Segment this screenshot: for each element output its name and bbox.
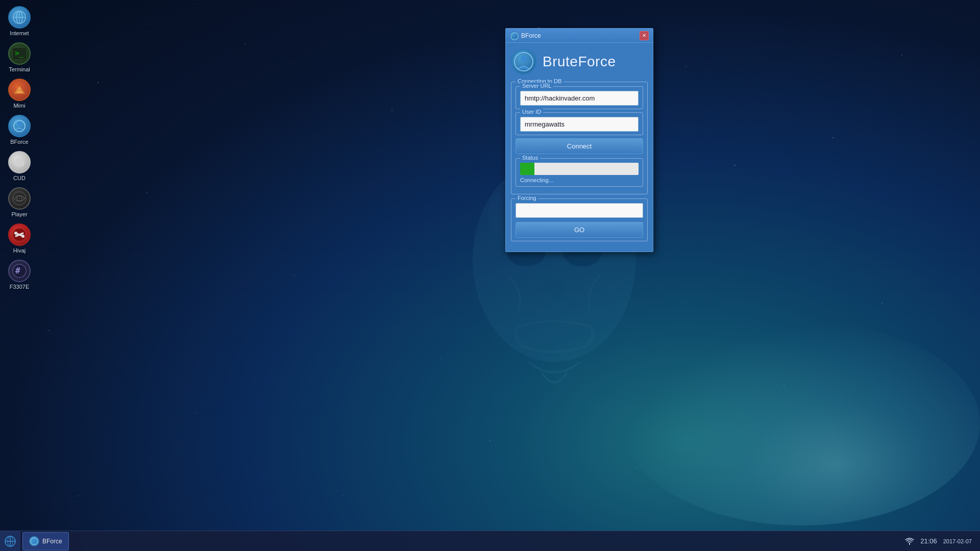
connecting-to-db-group: Connecting to DB Server URL User ID Conn… [511,82,648,194]
window-title-text: BForce [521,32,541,39]
taskbar-app-label: BForce [42,538,62,545]
internet-icon-label: Internet [10,30,29,36]
window-body: BruteForce Connecting to DB Server URL U… [506,43,653,252]
user-id-group: User ID [516,112,643,135]
desktop-icon-terminal[interactable]: >_ Terminal [0,40,39,74]
user-id-label: User ID [520,109,543,115]
go-button[interactable]: GO [516,222,643,238]
desktop-icon-player[interactable]: Player [0,185,39,219]
taskbar: BForce 21:06 2017-02-07 [0,531,980,551]
window-title-icon [510,32,518,40]
taskbar-time: 21:06 [920,537,937,545]
cud-icon-label: CUD [13,175,26,181]
terminal-icon-label: Terminal [9,66,30,72]
terminal-icon: >_ [8,42,31,65]
svg-text:>_: >_ [15,49,23,58]
connect-button[interactable]: Connect [516,138,643,154]
mail-icon [8,79,31,101]
f3307e-icon-label: F3307E [10,284,30,290]
server-url-input[interactable] [520,91,639,106]
desktop-icon-mimi[interactable]: Mimi [0,77,39,111]
f3307e-icon: # [8,260,31,282]
window-title-left: BForce [510,32,541,40]
forcing-group: Forcing GO [511,198,648,241]
window-close-button[interactable]: ✕ [640,31,649,40]
player-icon-label: Player [11,211,27,217]
desktop-icon-f3307e[interactable]: # F3307E [0,258,39,292]
taskbar-start-button[interactable] [0,531,20,552]
bforce-icon-label: BForce [10,139,28,145]
status-progress-bar [520,163,639,175]
status-text: Connecting... [520,177,639,183]
desktop-background [0,0,980,551]
forcing-input[interactable] [516,203,643,218]
hivaj-icon [8,223,31,246]
cloud-icon [8,151,31,173]
app-header-icon [511,49,536,74]
svg-point-40 [33,539,36,541]
forcing-label: Forcing [516,195,538,201]
bforce-icon [8,115,31,137]
server-url-group: Server URL [516,86,643,109]
taskbar-app-bforce[interactable]: BForce [22,532,69,550]
taskbar-right: 21:06 2017-02-07 [905,537,980,545]
bruteforce-window: BForce ✕ BruteForce Connecting to DB Ser… [505,28,653,252]
status-label: Status [520,155,540,161]
status-bar-fill [520,163,534,175]
desktop-icon-cud[interactable]: CUD [0,149,39,183]
hivaj-icon-label: Hivaj [13,247,26,254]
player-icon [8,187,31,210]
svg-point-27 [14,232,17,235]
desktop-icon-bforce[interactable]: BForce [0,113,39,147]
svg-point-20 [16,158,23,165]
globe-icon [8,6,31,29]
start-icon [4,535,16,547]
desktop-icon-internet[interactable]: Internet [0,4,39,38]
window-titlebar[interactable]: BForce ✕ [506,29,653,43]
svg-point-16 [17,121,21,126]
server-url-label: Server URL [520,83,553,89]
svg-point-23 [18,197,20,199]
desktop-icons: Internet >_ Terminal Mimi [0,0,41,296]
desktop-icon-hivaj[interactable]: Hivaj [0,221,39,256]
svg-point-4 [542,279,567,297]
status-group: Status Connecting... [516,158,643,187]
taskbar-date: 2017-02-07 [943,538,972,544]
svg-point-28 [21,235,24,238]
svg-point-5 [529,336,580,348]
app-header-title: BruteForce [543,54,616,70]
app-header: BruteForce [511,47,648,77]
svg-point-34 [521,56,527,62]
user-id-input[interactable] [520,117,639,132]
taskbar-app-icon [29,536,39,546]
mimi-icon-label: Mimi [13,103,25,109]
svg-text:#: # [15,266,20,276]
wifi-icon [905,537,914,545]
svg-point-32 [513,34,516,36]
